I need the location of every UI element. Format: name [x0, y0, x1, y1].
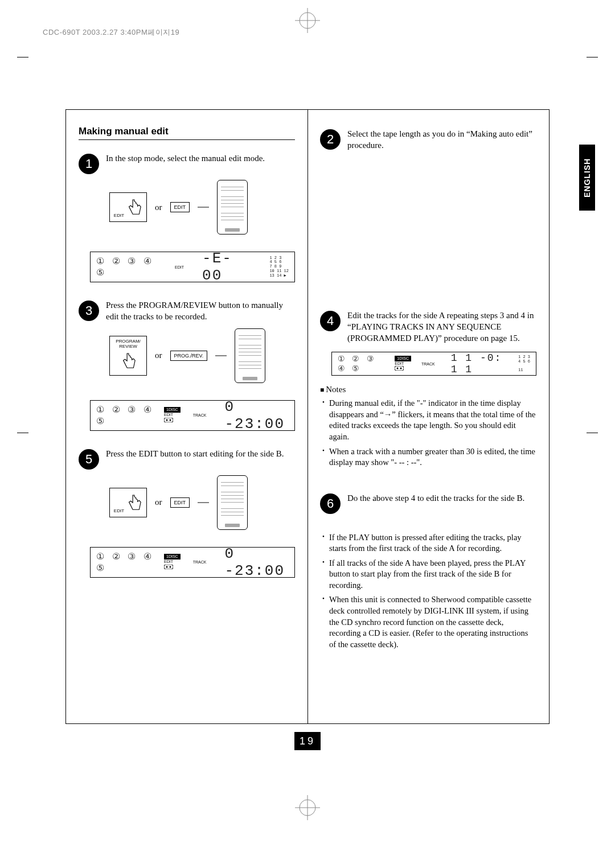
- display-text: 1 1 -0: 1 1: [451, 352, 510, 375]
- step-number: 6: [320, 493, 341, 514]
- svg-point-6: [166, 419, 168, 421]
- disc-indicators: ① ② ③ ④ ⑤: [96, 551, 154, 574]
- step-text: Press the EDIT button to start editing f…: [106, 448, 295, 470]
- svg-rect-5: [164, 418, 173, 422]
- step-number: 2: [320, 129, 341, 150]
- notes-heading: Notes: [320, 385, 536, 394]
- hand-icon: [125, 199, 142, 217]
- edit-panel-button: EDIT: [109, 488, 147, 517]
- step1-controls: EDIT or EDIT: [109, 180, 295, 235]
- step-4: 4 Edit the tracks for the side A repeati…: [320, 310, 536, 344]
- remote-icon: [217, 180, 248, 235]
- step-5: 5 Press the EDIT button to start editing…: [79, 448, 295, 470]
- spacer: [320, 520, 536, 532]
- edit-indicator-label: EDIT: [175, 265, 184, 269]
- step-text: Edit the tracks for the side A repeating…: [347, 310, 536, 344]
- crop-tick: [587, 433, 598, 433]
- step1-display: ① ② ③ ④ ⑤ EDIT -E- 00 1 2 3 4 5 6 7 8 9 …: [90, 252, 295, 282]
- callout-line: [198, 203, 209, 211]
- step-text: In the stop mode, select the manual edit…: [106, 153, 295, 174]
- page-content-frame: Making manual edit 1 In the stop mode, s…: [65, 109, 550, 724]
- step5-display: ① ② ③ ④ ⑤ 1DISC EDIT TRACK 0 -23:00: [90, 547, 295, 578]
- display-track-grid: 1 2 3 4 5 6 7 8 9 10 11 12 13 14 ▶: [269, 256, 289, 278]
- program-review-panel-button: PROGRAM/ REVIEW: [109, 336, 147, 376]
- note-item: During manual edit, if the "-" indicator…: [322, 398, 536, 442]
- disc-indicators: ① ② ③ ④ ⑤: [96, 256, 165, 278]
- note-item: If the PLAY button is pressed after edit…: [322, 532, 536, 554]
- crop-tick: [17, 57, 28, 57]
- display-text: 0 -23:00: [224, 545, 289, 579]
- svg-point-13: [397, 368, 399, 369]
- svg-point-10: [166, 566, 168, 567]
- step-1: 1 In the stop mode, select the manual ed…: [79, 153, 295, 174]
- step5-controls: EDIT or EDIT: [109, 475, 295, 530]
- remote-icon: [217, 475, 248, 530]
- disc-indicators: ① ② ③ ④ ⑤: [96, 404, 154, 427]
- step4-notes: During manual edit, if the "-" indicator…: [320, 398, 536, 468]
- step-text: Do the above step 4 to edit the tracks f…: [347, 492, 536, 514]
- step3-controls: PROGRAM/ REVIEW or PROG./REV.: [109, 328, 295, 383]
- edit-remote-label: EDIT: [170, 202, 190, 212]
- display-indicators: 1DISC EDIT: [164, 554, 183, 570]
- step-text: Press the PROGRAM/REVIEW button to manua…: [106, 299, 295, 323]
- edit-remote-label: EDIT: [170, 497, 190, 508]
- track-label: TRACK: [193, 560, 207, 564]
- step-number: 4: [320, 311, 341, 331]
- hand-icon: [120, 352, 137, 371]
- display-track-grid: 1 2 3 4 5 6 11: [518, 355, 530, 373]
- track-label: TRACK: [421, 362, 435, 366]
- prog-remote-label: PROG./REV.: [170, 351, 208, 361]
- display-indicators: 1DISC EDIT: [164, 407, 183, 423]
- remote-icon: [235, 328, 265, 383]
- side-a-icon: [395, 366, 404, 371]
- disc-indicators: ① ② ③ ④ ⑤: [338, 354, 387, 373]
- or-label: or: [155, 351, 162, 360]
- or-label: or: [155, 497, 162, 507]
- side-b-icon: [164, 565, 173, 569]
- note-item: When a track with a number greater than …: [322, 446, 536, 468]
- svg-rect-9: [164, 565, 173, 569]
- step-text: Select the tape length as you do in “Mak…: [347, 128, 536, 151]
- step-6: 6 Do the above step 4 to edit the tracks…: [320, 492, 536, 514]
- language-tab: ENGLISH: [579, 145, 595, 211]
- step-3: 3 Press the PROGRAM/REVIEW button to man…: [79, 299, 295, 323]
- left-column: Making manual edit 1 In the stop mode, s…: [66, 110, 308, 723]
- right-column: 2 Select the tape length as you do in “M…: [308, 110, 549, 723]
- section-title: Making manual edit: [79, 126, 295, 140]
- display-text: 0 -23:00: [224, 398, 289, 433]
- spacer: [320, 472, 536, 492]
- or-label: or: [155, 203, 162, 212]
- step-2: 2 Select the tape length as you do in “M…: [320, 128, 536, 151]
- prog-rev-label: PROGRAM/ REVIEW: [116, 339, 141, 349]
- step6-notes: If the PLAY button is pressed after edit…: [320, 532, 536, 651]
- page-number: 19: [294, 732, 321, 750]
- svg-point-7: [170, 419, 171, 421]
- crop-tick: [587, 57, 598, 57]
- svg-point-11: [170, 566, 171, 567]
- step-number: 1: [79, 154, 99, 174]
- step3-display: ① ② ③ ④ ⑤ 1DISC EDIT TRACK 0 -23:00: [90, 400, 295, 431]
- spacer: [320, 157, 536, 310]
- edit-label: EDIT: [114, 213, 124, 218]
- step-number: 5: [79, 449, 99, 470]
- side-a-icon: [164, 418, 173, 422]
- callout-line: [198, 499, 209, 507]
- track-label: TRACK: [193, 413, 207, 417]
- edit-panel-button: EDIT: [109, 192, 147, 222]
- crop-tick: [17, 433, 28, 433]
- step4-display: ① ② ③ ④ ⑤ 1DISC EDIT TRACK 1 1 -0: 1 1 1…: [331, 352, 536, 376]
- display-text: -E- 00: [202, 250, 259, 284]
- svg-rect-12: [395, 366, 404, 371]
- step-number: 3: [79, 301, 99, 321]
- callout-line: [215, 352, 227, 360]
- edit-label: EDIT: [114, 508, 124, 513]
- svg-point-14: [400, 368, 402, 369]
- print-header: CDC-690T 2003.2.27 3:40PM페이지19: [43, 27, 179, 38]
- note-item: If all tracks of the side A have been pl…: [322, 558, 536, 591]
- note-item: When this unit is connected to Sherwood …: [322, 594, 536, 650]
- display-indicators: 1DISC EDIT: [395, 356, 413, 372]
- crop-mark-top: [295, 8, 320, 35]
- hand-icon: [125, 494, 142, 512]
- crop-mark-bottom: [295, 795, 320, 822]
